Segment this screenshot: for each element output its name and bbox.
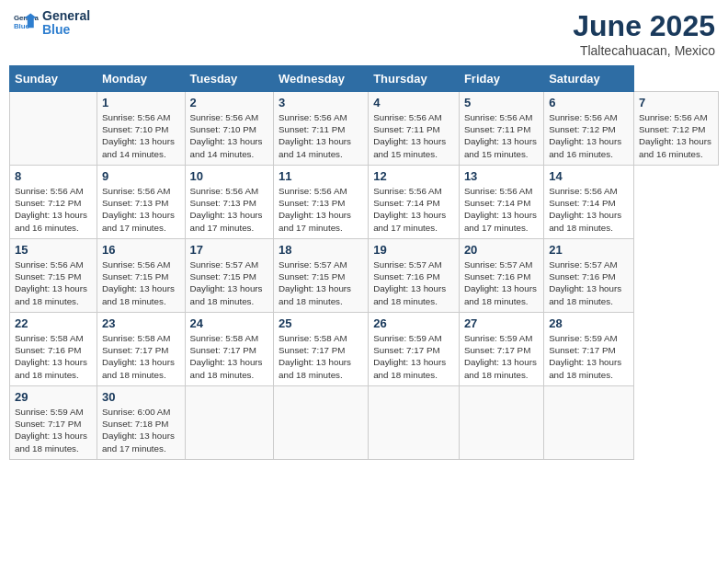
column-header-wednesday: Wednesday <box>274 66 369 92</box>
day-number: 15 <box>15 243 92 257</box>
day-cell: 5 Sunrise: 5:56 AM Sunset: 7:11 PM Dayli… <box>459 92 543 166</box>
calendar-title: June 2025 <box>573 9 715 43</box>
day-cell: 24 Sunrise: 5:58 AM Sunset: 7:17 PM Dayl… <box>185 313 274 386</box>
day-cell: 4 Sunrise: 5:56 AM Sunset: 7:11 PM Dayli… <box>369 92 460 166</box>
day-info: Sunrise: 5:56 AM Sunset: 7:12 PM Dayligh… <box>15 185 92 234</box>
day-info: Sunrise: 5:58 AM Sunset: 7:17 PM Dayligh… <box>190 332 269 381</box>
week-row-2: 8 Sunrise: 5:56 AM Sunset: 7:12 PM Dayli… <box>10 166 719 239</box>
calendar-header-row: SundayMondayTuesdayWednesdayThursdayFrid… <box>10 66 719 92</box>
day-cell <box>185 386 274 460</box>
day-cell: 30 Sunrise: 6:00 AM Sunset: 7:18 PM Dayl… <box>97 386 185 460</box>
day-cell <box>274 386 369 460</box>
day-info: Sunrise: 5:56 AM Sunset: 7:10 PM Dayligh… <box>190 111 269 160</box>
day-info: Sunrise: 5:59 AM Sunset: 7:17 PM Dayligh… <box>15 406 92 454</box>
day-info: Sunrise: 5:56 AM Sunset: 7:11 PM Dayligh… <box>373 111 454 160</box>
day-info: Sunrise: 5:59 AM Sunset: 7:17 PM Dayligh… <box>373 332 454 381</box>
day-cell: 28 Sunrise: 5:59 AM Sunset: 7:17 PM Dayl… <box>544 313 634 386</box>
day-cell: 17 Sunrise: 5:57 AM Sunset: 7:15 PM Dayl… <box>185 239 274 313</box>
week-row-5: 29 Sunrise: 5:59 AM Sunset: 7:17 PM Dayl… <box>10 386 719 460</box>
day-info: Sunrise: 5:56 AM Sunset: 7:12 PM Dayligh… <box>639 111 713 160</box>
column-header-monday: Monday <box>97 66 185 92</box>
day-cell <box>544 386 634 460</box>
day-cell <box>459 386 543 460</box>
day-info: Sunrise: 5:56 AM Sunset: 7:13 PM Dayligh… <box>190 185 269 234</box>
day-number: 5 <box>464 96 539 109</box>
day-number: 22 <box>15 316 92 330</box>
day-info: Sunrise: 5:56 AM Sunset: 7:10 PM Dayligh… <box>102 111 180 160</box>
day-number: 28 <box>549 316 629 330</box>
day-info: Sunrise: 5:56 AM Sunset: 7:14 PM Dayligh… <box>464 185 539 234</box>
day-number: 1 <box>102 96 180 109</box>
day-info: Sunrise: 6:00 AM Sunset: 7:18 PM Dayligh… <box>102 406 180 454</box>
day-number: 11 <box>279 169 363 183</box>
logo: General Blue GeneralBlue <box>13 9 90 38</box>
column-header-thursday: Thursday <box>369 66 460 92</box>
day-cell: 23 Sunrise: 5:58 AM Sunset: 7:17 PM Dayl… <box>97 313 185 386</box>
day-cell: 7 Sunrise: 5:56 AM Sunset: 7:12 PM Dayli… <box>633 92 718 166</box>
day-cell: 29 Sunrise: 5:59 AM Sunset: 7:17 PM Dayl… <box>10 386 97 460</box>
day-number: 14 <box>549 169 629 183</box>
day-cell: 14 Sunrise: 5:56 AM Sunset: 7:14 PM Dayl… <box>544 166 634 239</box>
day-number: 10 <box>190 169 269 183</box>
day-info: Sunrise: 5:57 AM Sunset: 7:16 PM Dayligh… <box>464 259 539 307</box>
day-number: 25 <box>279 316 363 330</box>
day-info: Sunrise: 5:56 AM Sunset: 7:13 PM Dayligh… <box>102 185 180 234</box>
day-number: 3 <box>279 96 363 109</box>
week-row-1: 1 Sunrise: 5:56 AM Sunset: 7:10 PM Dayli… <box>10 92 719 166</box>
day-cell: 22 Sunrise: 5:58 AM Sunset: 7:16 PM Dayl… <box>10 313 97 386</box>
title-block: June 2025 Tlaltecahuacan, Mexico <box>573 9 715 58</box>
day-info: Sunrise: 5:57 AM Sunset: 7:15 PM Dayligh… <box>279 259 363 307</box>
day-number: 27 <box>464 316 539 330</box>
day-cell: 9 Sunrise: 5:56 AM Sunset: 7:13 PM Dayli… <box>97 166 185 239</box>
day-info: Sunrise: 5:56 AM Sunset: 7:15 PM Dayligh… <box>15 259 92 307</box>
day-cell: 25 Sunrise: 5:58 AM Sunset: 7:17 PM Dayl… <box>274 313 369 386</box>
day-cell: 8 Sunrise: 5:56 AM Sunset: 7:12 PM Dayli… <box>10 166 97 239</box>
day-number: 16 <box>102 243 180 257</box>
logo-icon: General Blue <box>13 10 39 36</box>
day-number: 20 <box>464 243 539 257</box>
day-info: Sunrise: 5:58 AM Sunset: 7:16 PM Dayligh… <box>15 332 92 381</box>
day-number: 19 <box>373 243 454 257</box>
empty-cell <box>10 92 97 166</box>
day-cell: 12 Sunrise: 5:56 AM Sunset: 7:14 PM Dayl… <box>369 166 460 239</box>
day-number: 7 <box>639 96 713 109</box>
day-number: 8 <box>15 169 92 183</box>
day-info: Sunrise: 5:58 AM Sunset: 7:17 PM Dayligh… <box>279 332 363 381</box>
day-number: 23 <box>102 316 180 330</box>
day-cell: 26 Sunrise: 5:59 AM Sunset: 7:17 PM Dayl… <box>369 313 460 386</box>
day-number: 4 <box>373 96 454 109</box>
day-cell: 19 Sunrise: 5:57 AM Sunset: 7:16 PM Dayl… <box>369 239 460 313</box>
day-info: Sunrise: 5:59 AM Sunset: 7:17 PM Dayligh… <box>464 332 539 381</box>
week-row-4: 22 Sunrise: 5:58 AM Sunset: 7:16 PM Dayl… <box>10 313 719 386</box>
day-cell: 15 Sunrise: 5:56 AM Sunset: 7:15 PM Dayl… <box>10 239 97 313</box>
day-info: Sunrise: 5:58 AM Sunset: 7:17 PM Dayligh… <box>102 332 180 381</box>
day-number: 26 <box>373 316 454 330</box>
day-info: Sunrise: 5:56 AM Sunset: 7:11 PM Dayligh… <box>464 111 539 160</box>
calendar-table: SundayMondayTuesdayWednesdayThursdayFrid… <box>9 65 719 460</box>
svg-text:General: General <box>14 15 39 23</box>
logo-text: GeneralBlue <box>42 9 90 38</box>
column-header-friday: Friday <box>459 66 543 92</box>
day-number: 9 <box>102 169 180 183</box>
day-cell <box>369 386 460 460</box>
day-cell: 13 Sunrise: 5:56 AM Sunset: 7:14 PM Dayl… <box>459 166 543 239</box>
day-number: 21 <box>549 243 629 257</box>
day-cell: 21 Sunrise: 5:57 AM Sunset: 7:16 PM Dayl… <box>544 239 634 313</box>
day-cell: 16 Sunrise: 5:56 AM Sunset: 7:15 PM Dayl… <box>97 239 185 313</box>
day-info: Sunrise: 5:57 AM Sunset: 7:16 PM Dayligh… <box>373 259 454 307</box>
day-number: 2 <box>190 96 269 109</box>
day-cell: 3 Sunrise: 5:56 AM Sunset: 7:11 PM Dayli… <box>274 92 369 166</box>
day-info: Sunrise: 5:56 AM Sunset: 7:12 PM Dayligh… <box>549 111 629 160</box>
page-header: General Blue GeneralBlue June 2025 Tlalt… <box>9 9 719 58</box>
day-number: 24 <box>190 316 269 330</box>
day-info: Sunrise: 5:59 AM Sunset: 7:17 PM Dayligh… <box>549 332 629 381</box>
day-cell: 10 Sunrise: 5:56 AM Sunset: 7:13 PM Dayl… <box>185 166 274 239</box>
day-number: 13 <box>464 169 539 183</box>
day-cell: 2 Sunrise: 5:56 AM Sunset: 7:10 PM Dayli… <box>185 92 274 166</box>
column-header-sunday: Sunday <box>10 66 97 92</box>
column-header-tuesday: Tuesday <box>185 66 274 92</box>
day-info: Sunrise: 5:56 AM Sunset: 7:14 PM Dayligh… <box>373 185 454 234</box>
column-header-saturday: Saturday <box>544 66 634 92</box>
day-number: 17 <box>190 243 269 257</box>
day-info: Sunrise: 5:57 AM Sunset: 7:15 PM Dayligh… <box>190 259 269 307</box>
